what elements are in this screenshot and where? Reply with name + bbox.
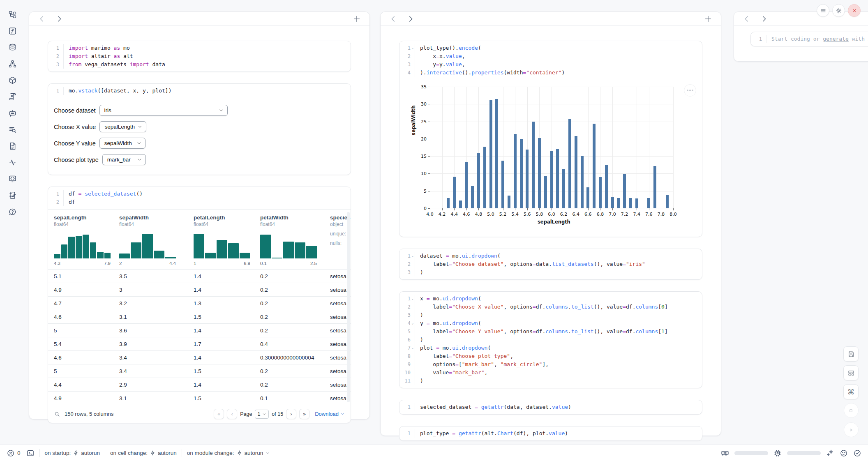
error-count: 0 (17, 450, 21, 456)
table-row: 4.63.11.50.2setosa (48, 310, 351, 323)
chart-bar (605, 165, 608, 208)
page-count: of 15 (272, 411, 283, 417)
run-mode-value: autorun (158, 450, 177, 456)
last-page-button[interactable]: » (299, 409, 309, 419)
cell-selected-dataset: 1selected_dataset = getattr(data, datase… (399, 400, 702, 415)
code-editor[interactable]: 12df = selected_dataset()df (48, 187, 351, 209)
dropdown-choose-x-value[interactable]: sepalLength (99, 121, 146, 132)
documentation-icon[interactable] (7, 124, 18, 135)
code-editor[interactable]: 1⌄234plot_type().encode( x=x.value, y=y.… (399, 41, 702, 80)
chevron-right-icon[interactable] (54, 14, 65, 24)
code-line: df (69, 198, 143, 206)
x-axis-title: sepalLength (538, 219, 570, 225)
column-header[interactable]: sepalWidth (119, 214, 188, 221)
vstack-output: Choose datasetirisChoose X valuesepalLen… (48, 98, 351, 175)
assistant-button[interactable] (840, 449, 848, 457)
dependency-graph-icon[interactable] (7, 58, 18, 69)
help-icon[interactable] (7, 206, 18, 217)
layout-button[interactable] (843, 365, 859, 380)
functions-icon[interactable] (7, 25, 18, 36)
chat-icon[interactable] (7, 108, 18, 118)
chart-bar (465, 162, 468, 208)
run-mode-item[interactable]: on cell change:autorun (110, 450, 177, 456)
save-button[interactable] (843, 346, 859, 362)
chart-bar (611, 197, 614, 208)
run-mode-item[interactable]: on module change:autorun (187, 450, 270, 456)
chart-bar (629, 198, 632, 208)
table-row: 53.41.50.2setosa (48, 364, 351, 378)
chart-bar (544, 176, 547, 208)
cpu-usage-meter (787, 451, 821, 455)
chart-bar (647, 198, 650, 208)
download-button[interactable]: Download (315, 411, 345, 417)
code-editor[interactable]: 123import marimo as moimport altair as a… (48, 41, 351, 71)
ai-sparkle-button[interactable] (826, 449, 834, 457)
column-header[interactable]: petalLength (194, 214, 254, 221)
cell-plot: 1⌄234plot_type().encode( x=x.value, y=y.… (399, 41, 702, 237)
snippets-icon[interactable] (7, 141, 18, 151)
chevron-right-icon[interactable] (405, 14, 416, 24)
chart-actions-icon[interactable] (684, 84, 696, 97)
code-editor[interactable]: 1mo.vstack([dataset, x, y, plot]) (48, 84, 351, 98)
code-editor[interactable]: 1selected_dataset = getattr(data, datase… (399, 400, 702, 414)
chevron-left-icon[interactable] (741, 14, 752, 24)
dropdown-choose-dataset[interactable]: iris (99, 105, 228, 116)
chevron-left-icon[interactable] (37, 14, 47, 24)
chevron-left-icon[interactable] (388, 14, 399, 24)
error-indicator[interactable]: 0 (7, 449, 21, 457)
run-mode-item[interactable]: on startup:autorun (45, 450, 100, 456)
code-editor[interactable]: 1plot_type = getattr(alt.Chart(df), plot… (399, 426, 702, 440)
packages-icon[interactable] (7, 75, 18, 85)
code-line: dataset = mo.ui.dropdown( (420, 252, 645, 260)
close-button[interactable] (848, 4, 861, 17)
chevron-right-icon[interactable] (759, 14, 769, 24)
generate-link[interactable]: generate (823, 36, 849, 42)
next-page-button[interactable]: › (286, 409, 296, 419)
code-editor[interactable]: 1⌄234⌄567⌄891011x = mo.ui.dropdown( labe… (399, 292, 702, 388)
logs-icon[interactable] (7, 91, 18, 102)
column-dtype: float64 (119, 221, 188, 227)
cell-xy-plot-dropdowns: 1⌄234⌄567⌄891011x = mo.ui.dropdown( labe… (399, 291, 702, 388)
add-cell-button[interactable] (703, 14, 713, 24)
chart-bar (489, 100, 492, 208)
dropdown-label: Choose plot type (54, 157, 99, 163)
scratchpad-icon[interactable] (7, 190, 18, 201)
first-page-button[interactable]: « (214, 409, 224, 419)
prev-page-button[interactable]: ‹ (227, 409, 237, 419)
table-scrollbar[interactable] (347, 212, 350, 402)
search-icon[interactable] (54, 411, 60, 417)
dropdown-choose-plot-type[interactable]: mark_bar (102, 154, 146, 165)
datasources-icon[interactable] (7, 42, 18, 53)
status-bar: 0 on startup:autorunon cell change:autor… (0, 445, 868, 461)
outline-icon[interactable] (7, 173, 18, 184)
run-button[interactable] (844, 422, 859, 437)
chart-bar (508, 196, 510, 208)
column-header[interactable]: sepalLength (54, 214, 113, 221)
page-select[interactable]: 1 (255, 410, 269, 419)
dropdown-choose-y-value[interactable]: sepalWidth (99, 138, 145, 149)
dataframe-table: sepalLengthfloat644.37.9sepalWidthfloat6… (48, 209, 351, 423)
altair-chart[interactable]: 4.04.24.44.64.85.05.25.45.65.86.06.26.46… (399, 80, 702, 237)
side-action-buttons: ⌘ (843, 346, 859, 437)
menu-button[interactable] (817, 4, 829, 17)
table-summary: 150 rows, 5 columns (65, 411, 113, 417)
scratchpad-editor[interactable]: 1 Start coding or generate with AI (751, 32, 868, 46)
connection-status-icon[interactable] (853, 449, 861, 457)
code-editor[interactable]: 1⌄23dataset = mo.ui.dropdown( label="Cho… (399, 249, 702, 279)
file-explorer-icon[interactable] (7, 9, 18, 20)
code-line: options=["mark_bar", "mark_circle"], (420, 360, 668, 369)
chart-bar (514, 134, 517, 208)
tracing-icon[interactable] (7, 157, 18, 168)
column-dtype: float64 (54, 221, 113, 227)
settings-button[interactable] (832, 4, 845, 17)
terminal-button[interactable] (26, 449, 35, 457)
column-header[interactable]: petalWidth (260, 214, 324, 221)
stop-button[interactable] (844, 403, 859, 418)
shortcuts-button[interactable]: ⌘ (843, 384, 859, 399)
table-row: 4.63.41.40.3000000000000004setosa (48, 350, 351, 364)
chart-bar (538, 138, 541, 208)
add-cell-button[interactable] (351, 14, 362, 24)
code-line: from vega_datasets import data (69, 60, 165, 69)
table-footer: 150 rows, 5 columns«‹Page1of 15›»Downloa… (48, 405, 351, 423)
cell-vstack: 1mo.vstack([dataset, x, y, plot]) Choose… (48, 83, 351, 175)
